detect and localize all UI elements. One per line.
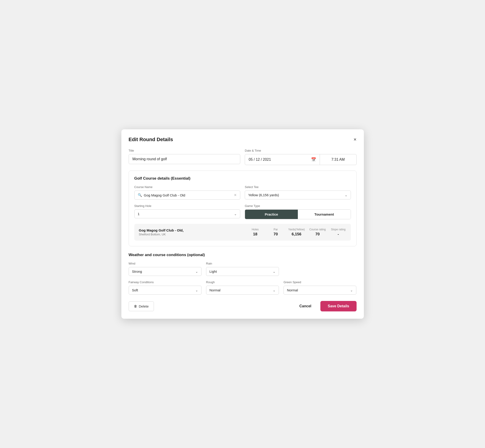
footer-right: Cancel Save Details: [295, 301, 356, 312]
clear-icon[interactable]: ✕: [234, 193, 237, 197]
select-tee-dropdown[interactable]: Yellow (6,156 yards) White Red Blue: [248, 193, 348, 197]
title-input[interactable]: [129, 154, 241, 164]
modal-header: Edit Round Details ×: [129, 136, 356, 143]
slope-rating-stat: Slope rating -: [330, 228, 346, 237]
starting-hole-col: Starting Hole 1234 5678 910 ⌄: [134, 204, 241, 219]
course-info-location: Shelford Bottom, UK: [139, 233, 243, 236]
title-field-container: Title: [129, 149, 241, 165]
rough-wrapper[interactable]: Short Normal Long Very Long ⌄: [206, 286, 279, 295]
course-name-col: Course Name 🔍 ✕: [134, 185, 241, 200]
golf-section-title: Golf Course details (Essential): [134, 176, 351, 181]
datetime-field-container: Date & Time 05 / 12 / 2021 📅 7:31 AM: [245, 149, 356, 165]
fairway-col: Fairway Conditions Hard Firm Normal Soft…: [129, 280, 202, 295]
rain-label: Rain: [206, 262, 279, 265]
holes-value: 18: [247, 232, 263, 237]
par-value: 70: [268, 232, 284, 237]
holes-stat: Holes 18: [247, 228, 263, 237]
delete-button[interactable]: 🗑 Delete: [129, 301, 154, 311]
time-value: 7:31 AM: [331, 158, 345, 162]
tournament-toggle-btn[interactable]: Tournament: [298, 210, 351, 219]
weather-section: Weather and course conditions (optional)…: [129, 253, 356, 295]
green-speed-col: Green Speed Slow Normal Fast Very Fast ⌄: [283, 280, 356, 295]
game-type-label: Game Type: [245, 204, 351, 208]
green-speed-dropdown[interactable]: Slow Normal Fast Very Fast: [287, 288, 353, 292]
footer-row: 🗑 Delete Cancel Save Details: [129, 301, 356, 312]
rough-label: Rough: [206, 280, 279, 284]
rain-dropdown[interactable]: None Light Moderate Heavy: [210, 270, 275, 273]
wind-dropdown[interactable]: None Light Moderate Strong Very Strong: [132, 270, 198, 273]
top-row: Title Date & Time 05 / 12 / 2021 📅 7:31 …: [129, 149, 356, 165]
wind-wrapper[interactable]: None Light Moderate Strong Very Strong ⌄: [129, 267, 202, 276]
starting-hole-dropdown[interactable]: 1234 5678 910: [138, 212, 237, 216]
game-type-col: Game Type Practice Tournament: [245, 204, 351, 219]
title-label: Title: [129, 149, 241, 152]
slope-rating-label: Slope rating: [330, 228, 346, 231]
course-info-name-text: Gog Magog Golf Club - Old,: [139, 228, 243, 232]
rain-col: Rain None Light Moderate Heavy ⌄: [206, 262, 279, 276]
starting-hole-label: Starting Hole: [134, 204, 241, 208]
datetime-label: Date & Time: [245, 149, 356, 152]
course-rating-value: 70: [309, 232, 326, 237]
fairway-label: Fairway Conditions: [129, 280, 202, 284]
course-info-box: Gog Magog Golf Club - Old, Shelford Bott…: [134, 224, 351, 241]
rain-wrapper[interactable]: None Light Moderate Heavy ⌄: [206, 267, 279, 276]
time-part[interactable]: 7:31 AM: [320, 154, 356, 165]
green-speed-label: Green Speed: [283, 280, 356, 284]
wind-rain-row: Wind None Light Moderate Strong Very Str…: [129, 262, 356, 276]
fairway-rough-green-row: Fairway Conditions Hard Firm Normal Soft…: [129, 280, 356, 295]
holes-label: Holes: [247, 228, 263, 231]
course-tee-row: Course Name 🔍 ✕ Select Tee Yellow (6,156…: [134, 185, 351, 200]
datetime-row: 05 / 12 / 2021 📅 7:31 AM: [245, 154, 356, 165]
course-search-wrapper: 🔍 ✕: [134, 191, 241, 200]
wind-col: Wind None Light Moderate Strong Very Str…: [129, 262, 202, 276]
date-part[interactable]: 05 / 12 / 2021 📅: [245, 154, 320, 165]
select-tee-label: Select Tee: [245, 185, 351, 189]
delete-label: Delete: [139, 304, 149, 308]
par-label: Par: [268, 228, 284, 231]
golf-section: Golf Course details (Essential) Course N…: [129, 170, 356, 246]
course-info-name: Gog Magog Golf Club - Old, Shelford Bott…: [139, 228, 243, 236]
rough-col: Rough Short Normal Long Very Long ⌄: [206, 280, 279, 295]
cancel-button[interactable]: Cancel: [295, 301, 316, 311]
green-speed-wrapper[interactable]: Slow Normal Fast Very Fast ⌄: [283, 286, 356, 295]
trash-icon: 🗑: [134, 304, 137, 308]
game-type-toggle: Practice Tournament: [245, 209, 351, 219]
modal-title: Edit Round Details: [129, 136, 173, 143]
date-value: 05 / 12 / 2021: [249, 158, 271, 162]
edit-round-modal: Edit Round Details × Title Date & Time 0…: [121, 129, 364, 319]
weather-section-title: Weather and course conditions (optional): [129, 253, 356, 257]
yards-stat: Yards(Yellow) 6,156: [288, 228, 305, 237]
slope-rating-value: -: [330, 232, 346, 237]
select-tee-col: Select Tee Yellow (6,156 yards) White Re…: [245, 185, 351, 200]
select-tee-wrapper[interactable]: Yellow (6,156 yards) White Red Blue ⌄: [245, 191, 351, 200]
par-stat: Par 70: [268, 228, 284, 237]
practice-toggle-btn[interactable]: Practice: [245, 210, 298, 219]
calendar-icon: 📅: [311, 157, 316, 162]
wind-label: Wind: [129, 262, 202, 265]
yards-value: 6,156: [288, 232, 305, 237]
rough-dropdown[interactable]: Short Normal Long Very Long: [210, 288, 275, 292]
starting-hole-wrapper[interactable]: 1234 5678 910 ⌄: [134, 209, 241, 218]
save-button[interactable]: Save Details: [320, 301, 356, 312]
course-name-input[interactable]: [144, 193, 234, 197]
hole-gametype-row: Starting Hole 1234 5678 910 ⌄ Game Type …: [134, 204, 351, 219]
search-icon: 🔍: [138, 193, 142, 197]
fairway-wrapper[interactable]: Hard Firm Normal Soft Very Soft ⌄: [129, 286, 202, 295]
fairway-dropdown[interactable]: Hard Firm Normal Soft Very Soft: [132, 288, 198, 292]
course-rating-label: Course rating: [309, 228, 326, 231]
yards-label: Yards(Yellow): [288, 228, 305, 231]
close-button[interactable]: ×: [354, 137, 356, 142]
course-name-label: Course Name: [134, 185, 241, 189]
course-rating-stat: Course rating 70: [309, 228, 326, 237]
